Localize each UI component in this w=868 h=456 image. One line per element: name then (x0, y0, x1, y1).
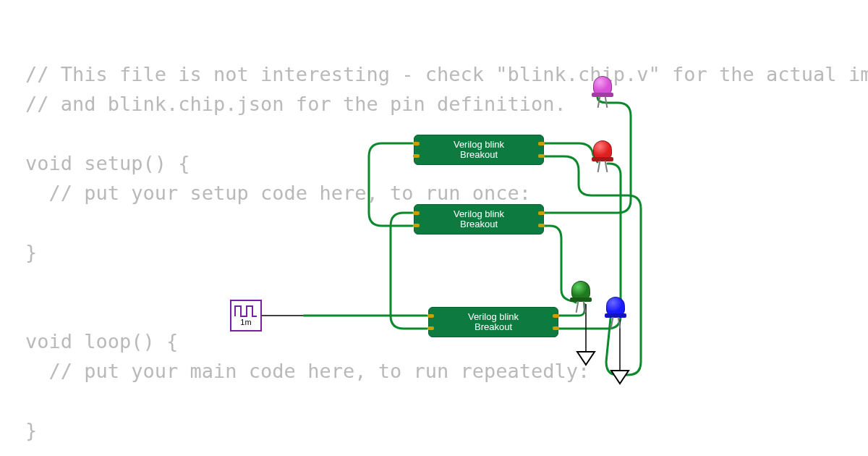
chip-label: Verilog blink (468, 312, 519, 322)
breakout-chip-3[interactable]: Verilog blink Breakout (428, 307, 558, 337)
chip-sublabel: Breakout (475, 322, 512, 332)
chip-label: Verilog blink (454, 209, 504, 219)
breakout-chip-1[interactable]: Verilog blink Breakout (414, 135, 544, 165)
led-magenta[interactable] (593, 76, 612, 101)
chip-sublabel: Breakout (460, 150, 498, 160)
led-blue[interactable] (606, 297, 625, 321)
circuit-canvas[interactable]: 1m Verilog blink Breakout Verilog blink … (0, 0, 868, 456)
clock-label: 1m (240, 318, 251, 326)
chip-label: Verilog blink (454, 140, 504, 150)
breakout-chip-2[interactable]: Verilog blink Breakout (414, 204, 544, 235)
led-green[interactable] (571, 281, 590, 305)
clock-generator[interactable]: 1m (230, 300, 262, 332)
chip-sublabel: Breakout (460, 219, 498, 229)
led-red[interactable] (593, 140, 612, 165)
